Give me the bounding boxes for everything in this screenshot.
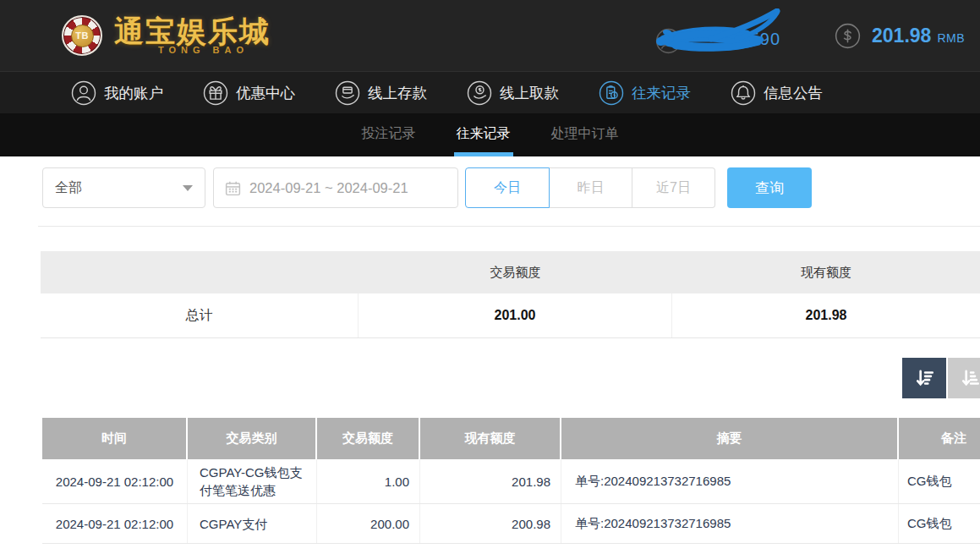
col-header-summary: 摘要 <box>561 418 899 459</box>
cell-time: 2024-09-21 02:12:00 <box>42 504 188 543</box>
nav-item-withdraw[interactable]: 线上取款 <box>467 80 559 106</box>
bell-icon <box>731 80 756 106</box>
search-button[interactable]: 查询 <box>727 167 812 208</box>
main-nav: 我的账户 优惠中心 线上存款 线上取款 往来记录 <box>0 71 980 113</box>
cell-balance: 200.98 <box>420 504 561 543</box>
summary-total-row: 总计 201.00 201.98 <box>41 293 980 338</box>
col-header-time: 时间 <box>42 418 188 459</box>
sort-descending-icon <box>913 367 935 389</box>
col-header-note: 备注 <box>899 418 980 459</box>
dollar-circle-icon <box>835 23 861 49</box>
record-tabs: 投注记录 往来记录 处理中订单 <box>0 113 980 156</box>
gift-icon <box>203 80 228 106</box>
cell-summary: 单号:202409213732716985 <box>561 504 899 543</box>
records-header-row: 时间 交易类别 交易额度 现有额度 摘要 备注 <box>42 418 980 459</box>
cell-amount: 200.00 <box>317 504 420 543</box>
poker-chip-icon: TB <box>62 15 102 56</box>
summary-header-row: 交易额度 现有额度 <box>41 251 980 293</box>
tab-transaction-records[interactable]: 往来记录 <box>454 113 513 156</box>
site-logo[interactable]: TB 通宝娱乐城 TONG BAO <box>62 15 271 56</box>
tab-pending-orders[interactable]: 处理中订单 <box>549 113 621 156</box>
nav-item-announcements[interactable]: 信息公告 <box>731 80 823 106</box>
date-range-value: 2024-09-21 ~ 2024-09-21 <box>249 180 408 196</box>
user-account-block: 590 <box>650 10 791 61</box>
summary-header-empty <box>41 251 359 293</box>
quick-date-group: 今日 昨日 近7日 <box>465 167 715 208</box>
ink-scribble-over-username <box>650 8 791 61</box>
summary-header-trade-amount: 交易额度 <box>359 251 672 293</box>
cell-balance: 201.98 <box>420 459 561 503</box>
col-header-type: 交易类别 <box>188 418 317 459</box>
cell-time: 2024-09-21 02:12:00 <box>42 459 188 503</box>
cell-amount: 1.00 <box>317 459 420 503</box>
cell-note: CG钱包 <box>899 504 980 543</box>
balance-amount: 201.98 <box>872 25 931 47</box>
header-right: 590 201.98 RMB <box>650 10 965 61</box>
deposit-icon <box>335 80 360 106</box>
table-row: 2024-09-21 02:12:00 CGPAY-CG钱包支付笔笔送优惠 1.… <box>42 459 980 504</box>
section-divider <box>38 226 980 227</box>
nav-label: 信息公告 <box>764 83 823 103</box>
sort-ascending-button[interactable] <box>948 358 980 398</box>
date-range-input[interactable]: 2024-09-21 ~ 2024-09-21 <box>213 167 458 208</box>
sort-controls <box>0 358 980 398</box>
nav-label: 优惠中心 <box>236 83 295 103</box>
sort-ascending-icon <box>959 367 980 389</box>
nav-item-promotions[interactable]: 优惠中心 <box>203 80 295 106</box>
chevron-down-icon <box>183 185 193 191</box>
site-title: 通宝娱乐城 <box>114 16 271 47</box>
type-select-value: 全部 <box>55 179 82 197</box>
nav-item-transaction-records[interactable]: 往来记录 <box>599 80 691 106</box>
tab-bet-records[interactable]: 投注记录 <box>359 113 419 156</box>
logo-text: 通宝娱乐城 TONG BAO <box>114 16 271 55</box>
quick-last7days-button[interactable]: 近7日 <box>632 167 715 208</box>
quick-yesterday-button[interactable]: 昨日 <box>550 167 632 208</box>
col-header-amount: 交易额度 <box>317 418 420 459</box>
nav-item-my-account[interactable]: 我的账户 <box>71 80 163 106</box>
nav-label: 线上取款 <box>500 83 559 103</box>
calendar-icon <box>224 179 242 197</box>
summary-header-balance: 现有额度 <box>672 251 980 293</box>
cell-type: CGPAY支付 <box>188 504 317 543</box>
cell-note: CG钱包 <box>899 459 980 503</box>
nav-item-deposit[interactable]: 线上存款 <box>335 80 427 106</box>
summary-total-label: 总计 <box>41 293 359 337</box>
withdraw-icon <box>467 80 492 106</box>
summary-table: 交易额度 现有额度 总计 201.00 201.98 <box>41 251 980 338</box>
table-row: 2024-09-21 02:12:00 CGPAY支付 200.00 200.9… <box>42 504 980 544</box>
summary-balance: 201.98 <box>672 293 980 337</box>
type-select[interactable]: 全部 <box>42 167 205 208</box>
user-icon <box>71 80 96 106</box>
nav-label: 往来记录 <box>632 83 691 103</box>
quick-today-button[interactable]: 今日 <box>465 167 550 208</box>
cell-summary: 单号:202409213732716985 <box>561 459 899 503</box>
cell-type: CGPAY-CG钱包支付笔笔送优惠 <box>188 459 317 503</box>
records-icon <box>599 80 624 106</box>
balance-display: 201.98 RMB <box>835 23 965 49</box>
nav-label: 线上存款 <box>368 83 427 103</box>
summary-trade-amount: 201.00 <box>359 293 672 337</box>
filter-row: 全部 2024-09-21 ~ 2024-09-21 今日 昨日 近7日 查询 <box>42 167 980 208</box>
balance-currency: RMB <box>937 31 965 45</box>
nav-label: 我的账户 <box>104 83 163 103</box>
chip-monogram: TB <box>71 25 94 47</box>
sort-descending-button[interactable] <box>902 358 946 398</box>
col-header-balance: 现有额度 <box>420 418 561 459</box>
top-bar: TB 通宝娱乐城 TONG BAO 590 <box>0 0 980 71</box>
records-table: 时间 交易类别 交易额度 现有额度 摘要 备注 2024-09-21 02:12… <box>42 418 980 544</box>
